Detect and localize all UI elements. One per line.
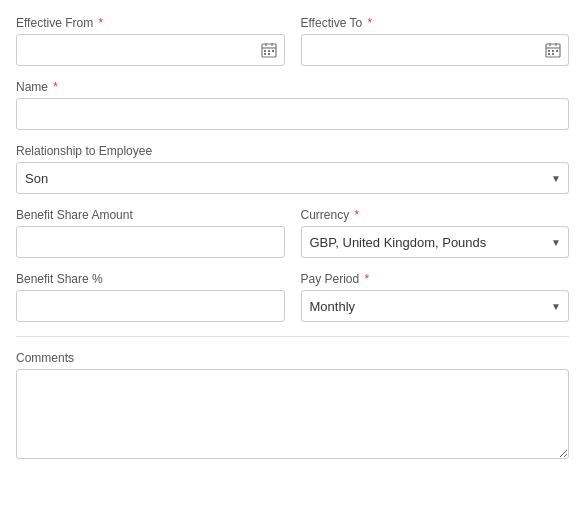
effective-from-label: Effective From * bbox=[16, 16, 285, 30]
svg-rect-5 bbox=[268, 50, 270, 52]
currency-select-wrapper: GBP, United Kingdom, Pounds USD, United … bbox=[301, 226, 570, 258]
svg-rect-15 bbox=[556, 50, 558, 52]
benefit-share-amount-label: Benefit Share Amount bbox=[16, 208, 285, 222]
svg-rect-6 bbox=[272, 50, 274, 52]
effective-from-input[interactable]: 22/07/2015 bbox=[16, 34, 285, 66]
relationship-select[interactable]: Son Daughter Spouse Partner Parent Other bbox=[16, 162, 569, 194]
pay-period-group: Pay Period * Monthly Weekly Bi-Weekly An… bbox=[301, 272, 570, 322]
benefit-share-amount-group: Benefit Share Amount bbox=[16, 208, 285, 258]
relationship-group: Relationship to Employee Son Daughter Sp… bbox=[16, 144, 569, 194]
benefit-currency-row: Benefit Share Amount Currency * GBP, Uni… bbox=[16, 208, 569, 258]
pay-period-select[interactable]: Monthly Weekly Bi-Weekly Annual bbox=[301, 290, 570, 322]
svg-rect-17 bbox=[552, 53, 554, 55]
effective-to-label: Effective To * bbox=[301, 16, 570, 30]
effective-from-calendar-icon[interactable] bbox=[259, 40, 279, 60]
name-group: Name * Curtis Alexander bbox=[16, 80, 569, 130]
currency-group: Currency * GBP, United Kingdom, Pounds U… bbox=[301, 208, 570, 258]
svg-rect-14 bbox=[552, 50, 554, 52]
effective-to-input[interactable]: Open Ended bbox=[301, 34, 570, 66]
comments-group: Comments bbox=[16, 351, 569, 459]
benefit-share-percent-input[interactable]: 50.00% bbox=[16, 290, 285, 322]
svg-rect-7 bbox=[264, 53, 266, 55]
comments-label: Comments bbox=[16, 351, 569, 365]
pay-period-label: Pay Period * bbox=[301, 272, 570, 286]
relationship-row: Relationship to Employee Son Daughter Sp… bbox=[16, 144, 569, 194]
svg-rect-13 bbox=[548, 50, 550, 52]
svg-rect-8 bbox=[268, 53, 270, 55]
currency-select[interactable]: GBP, United Kingdom, Pounds USD, United … bbox=[301, 226, 570, 258]
name-label: Name * bbox=[16, 80, 569, 94]
svg-rect-4 bbox=[264, 50, 266, 52]
comments-row: Comments bbox=[16, 351, 569, 459]
effective-to-input-wrapper: Open Ended bbox=[301, 34, 570, 66]
relationship-label: Relationship to Employee bbox=[16, 144, 569, 158]
effective-from-group: Effective From * 22/07/2015 bbox=[16, 16, 285, 66]
name-input[interactable]: Curtis Alexander bbox=[16, 98, 569, 130]
pay-period-select-wrapper: Monthly Weekly Bi-Weekly Annual ▼ bbox=[301, 290, 570, 322]
name-row: Name * Curtis Alexander bbox=[16, 80, 569, 130]
benefit-percent-payperiod-row: Benefit Share % 50.00% Pay Period * Mont… bbox=[16, 272, 569, 322]
comments-textarea[interactable] bbox=[16, 369, 569, 459]
benefit-share-percent-label: Benefit Share % bbox=[16, 272, 285, 286]
effective-from-input-wrapper: 22/07/2015 bbox=[16, 34, 285, 66]
section-divider bbox=[16, 336, 569, 337]
form-container: Effective From * 22/07/2015 bbox=[16, 16, 569, 459]
effective-to-group: Effective To * Open Ended bbox=[301, 16, 570, 66]
benefit-share-percent-group: Benefit Share % 50.00% bbox=[16, 272, 285, 322]
effective-to-calendar-icon[interactable] bbox=[543, 40, 563, 60]
effective-dates-row: Effective From * 22/07/2015 bbox=[16, 16, 569, 66]
benefit-share-amount-input[interactable] bbox=[16, 226, 285, 258]
currency-label: Currency * bbox=[301, 208, 570, 222]
svg-rect-16 bbox=[548, 53, 550, 55]
relationship-select-wrapper: Son Daughter Spouse Partner Parent Other… bbox=[16, 162, 569, 194]
